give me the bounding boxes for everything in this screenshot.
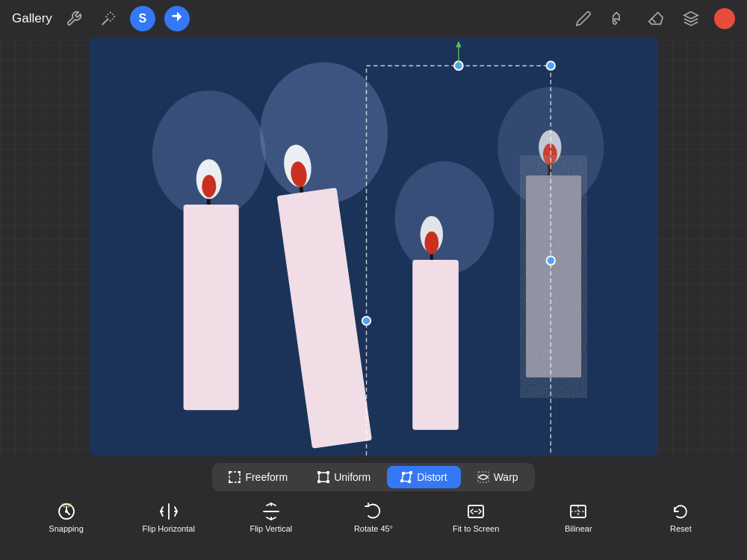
transform-tabs: Freeform Uniform Distort	[212, 463, 534, 491]
candles-svg	[90, 37, 657, 455]
reset-button[interactable]: Reset	[651, 502, 710, 533]
top-bar-right	[571, 6, 735, 31]
transform-button[interactable]	[164, 6, 190, 31]
bottom-area: Freeform Uniform Distort	[0, 455, 747, 560]
svg-rect-46	[478, 472, 489, 482]
svg-point-44	[401, 480, 403, 482]
top-bar: Gallery S	[0, 0, 747, 37]
flip-vertical-button[interactable]: Flip Vertical	[241, 502, 301, 533]
svg-point-2	[260, 62, 388, 204]
svg-rect-22	[526, 175, 581, 378]
brush-button[interactable]	[607, 6, 632, 31]
svg-point-42	[403, 473, 405, 475]
svg-point-8	[202, 175, 216, 197]
svg-point-36	[239, 482, 241, 484]
svg-point-35	[229, 482, 231, 484]
layers-button[interactable]	[678, 6, 704, 31]
svg-point-43	[410, 472, 412, 474]
bilinear-button[interactable]: Bilinear	[548, 502, 608, 533]
scene	[90, 37, 657, 455]
svg-point-27	[362, 317, 371, 325]
uniform-tab[interactable]: Uniform	[304, 466, 384, 488]
selection-button[interactable]: S	[130, 6, 155, 31]
canvas-area[interactable]	[90, 37, 657, 455]
svg-point-41	[327, 481, 329, 483]
gallery-button[interactable]: Gallery	[12, 11, 52, 26]
svg-rect-6	[184, 205, 239, 410]
svg-point-39	[327, 472, 329, 474]
flip-horizontal-button[interactable]: Flip Horizontal	[139, 502, 199, 533]
svg-rect-37	[319, 473, 328, 482]
distort-tab[interactable]: Distort	[387, 466, 460, 488]
eraser-button[interactable]	[642, 6, 668, 31]
snapping-button[interactable]: Snapping	[37, 502, 96, 533]
action-bar: Snapping Flip Horizontal Flip Vertical R…	[0, 497, 747, 533]
color-picker-dot[interactable]	[714, 8, 735, 29]
svg-point-34	[239, 471, 241, 473]
magic-wand-button[interactable]	[96, 6, 121, 31]
fit-to-screen-button[interactable]: Fit to Screen	[446, 502, 506, 533]
wrench-button[interactable]	[61, 6, 87, 31]
svg-rect-32	[229, 472, 240, 482]
rotate-45-button[interactable]: Rotate 45°	[344, 502, 403, 533]
svg-point-16	[424, 231, 438, 254]
svg-point-28	[547, 256, 555, 264]
svg-point-33	[229, 471, 231, 473]
top-bar-left: Gallery S	[12, 6, 190, 31]
svg-point-25	[547, 61, 555, 69]
svg-point-48	[65, 510, 68, 513]
svg-point-38	[318, 472, 320, 474]
svg-point-40	[318, 481, 320, 483]
svg-point-21	[543, 143, 557, 164]
svg-point-45	[409, 481, 411, 483]
svg-rect-14	[412, 260, 459, 430]
freeform-tab[interactable]: Freeform	[215, 466, 301, 488]
svg-point-3	[394, 161, 494, 275]
warp-tab[interactable]: Warp	[464, 466, 532, 488]
pen-button[interactable]	[571, 6, 596, 31]
